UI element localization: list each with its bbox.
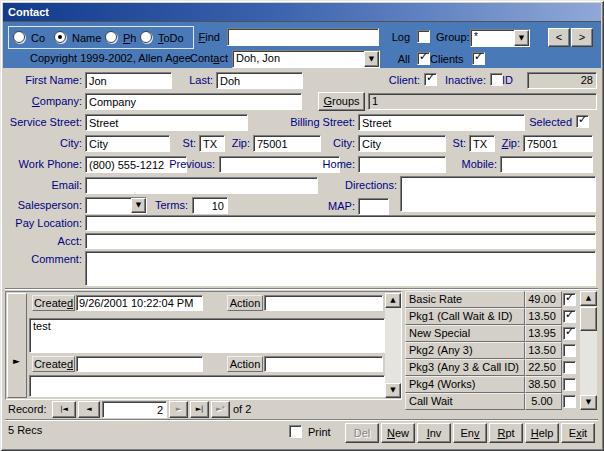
rates-scroll-down-icon[interactable]: ▼	[580, 395, 597, 410]
rate-checkbox[interactable]	[563, 327, 576, 340]
group-label: Group:	[436, 31, 470, 43]
nav-next-record-button[interactable]: ►	[169, 401, 188, 418]
invoice-button[interactable]: Inv	[417, 423, 451, 443]
print-label: Print	[308, 426, 331, 438]
client-checkbox[interactable]	[424, 73, 437, 86]
service-city-input[interactable]	[85, 135, 170, 152]
contact-window: Contact Co Name Ph ToDo Copyright 1999-2…	[0, 0, 604, 451]
exit-button[interactable]: Exit	[561, 423, 595, 443]
home-input[interactable]	[358, 156, 446, 173]
record-nav-of-label: of 2	[233, 403, 251, 415]
notes-subform: ► Created Action test Created Action ▲ ▼	[5, 291, 402, 400]
rate-checkbox[interactable]	[563, 344, 576, 357]
billing-city-input[interactable]	[358, 135, 446, 152]
record-nav-label: Record:	[8, 403, 47, 415]
find-label: Find	[178, 31, 220, 43]
contact-label: Contact	[184, 52, 228, 64]
pay-location-input[interactable]	[85, 215, 596, 231]
report-button[interactable]: Rpt	[489, 423, 523, 443]
radio-name[interactable]	[54, 31, 66, 43]
radio-todo[interactable]	[140, 31, 152, 43]
rates-scrollbar-thumb[interactable]	[580, 307, 597, 331]
radio-ph-label[interactable]: Ph	[123, 32, 136, 44]
billing-city-label: City:	[305, 137, 355, 149]
nav-new-record-button[interactable]: ►*	[211, 401, 230, 418]
record-forward-button[interactable]: >	[571, 28, 593, 47]
comment-textarea[interactable]	[85, 251, 596, 286]
notes-scroll-up-icon[interactable]: ▲	[385, 293, 401, 308]
rates-scrollbar[interactable]: ▲ ▼	[580, 291, 597, 410]
billing-street-input[interactable]	[358, 114, 525, 131]
map-input[interactable]	[358, 198, 389, 215]
rate-name: Pkg3 (Any 3 & Call ID)	[405, 359, 525, 376]
delete-button[interactable]: Del	[345, 423, 379, 443]
nav-record-number-input[interactable]	[102, 401, 167, 418]
note-textarea-2[interactable]	[29, 375, 385, 397]
billing-st-input[interactable]	[469, 135, 495, 152]
last-name-label: Last:	[185, 74, 213, 86]
first-name-input[interactable]	[85, 72, 172, 89]
rate-checkbox[interactable]	[563, 361, 576, 374]
company-input[interactable]	[85, 93, 302, 110]
radio-co[interactable]	[13, 31, 25, 43]
help-button[interactable]: Help	[525, 423, 559, 443]
print-checkbox[interactable]	[289, 425, 302, 438]
radio-co-label[interactable]: Co	[31, 32, 45, 44]
clients-checkbox[interactable]	[472, 52, 485, 65]
billing-st-label: St:	[446, 137, 466, 149]
contact-combobox-arrow-icon[interactable]: ▼	[364, 51, 379, 67]
work-phone-label: Work Phone:	[2, 158, 82, 170]
all-checkbox[interactable]	[417, 52, 430, 65]
rate-checkbox[interactable]	[563, 378, 576, 391]
home-label: Home:	[305, 158, 355, 170]
note-textarea-1[interactable]: test	[29, 318, 385, 353]
title-bar[interactable]: Contact	[3, 3, 601, 21]
record-back-button[interactable]: <	[548, 28, 570, 47]
group-combobox-arrow-icon[interactable]: ▼	[514, 30, 529, 46]
radio-ph[interactable]	[105, 31, 117, 43]
groups-button[interactable]: Groups	[318, 92, 365, 111]
record-selector-column[interactable]	[7, 293, 27, 398]
billing-zip-input[interactable]	[523, 135, 593, 152]
find-input[interactable]	[227, 28, 379, 46]
directions-textarea[interactable]	[400, 176, 596, 212]
id-label: ID	[502, 74, 513, 86]
directions-label: Directions:	[330, 179, 397, 191]
action-input-2[interactable]	[264, 356, 383, 372]
rates-scroll-up-icon[interactable]: ▲	[580, 291, 597, 306]
rate-checkbox[interactable]	[563, 310, 576, 323]
nav-last-record-button[interactable]: ►|	[190, 401, 209, 418]
company-label: Company:	[2, 95, 82, 107]
last-name-input[interactable]	[216, 72, 303, 89]
service-zip-label: Zip:	[226, 137, 250, 149]
rate-checkbox[interactable]	[563, 293, 576, 306]
acct-input[interactable]	[85, 233, 596, 249]
action-input-1[interactable]	[264, 295, 383, 311]
service-street-input[interactable]	[85, 114, 248, 131]
email-input[interactable]	[85, 177, 318, 194]
created-date-input-2[interactable]	[76, 356, 203, 372]
nav-previous-record-button[interactable]: ◄	[78, 401, 100, 418]
new-button[interactable]: New	[381, 423, 415, 443]
all-label: All	[386, 53, 410, 65]
mobile-input[interactable]	[500, 156, 593, 173]
map-label: MAP:	[322, 200, 355, 212]
contact-combobox[interactable]: Doh, Jon	[232, 50, 380, 68]
pay-location-label: Pay Location:	[2, 217, 82, 229]
radio-name-label[interactable]: Name	[72, 32, 101, 44]
created-header-2[interactable]: Created	[32, 356, 75, 372]
envelope-button[interactable]: Env	[453, 423, 487, 443]
client-label: Client:	[370, 74, 420, 86]
terms-input[interactable]	[192, 197, 228, 214]
log-label: Log	[382, 31, 410, 43]
salesperson-combobox-arrow-icon[interactable]: ▼	[131, 198, 146, 213]
created-date-input-1[interactable]	[76, 295, 203, 311]
log-checkbox[interactable]	[417, 30, 430, 43]
notes-scrollbar[interactable]: ▲ ▼	[385, 293, 401, 398]
rate-checkbox[interactable]	[563, 395, 576, 408]
nav-first-record-button[interactable]: |◄	[52, 401, 76, 418]
notes-scroll-down-icon[interactable]: ▼	[385, 383, 401, 398]
selected-checkbox[interactable]	[576, 115, 589, 128]
created-header-1[interactable]: Created	[32, 295, 75, 311]
service-st-input[interactable]	[199, 135, 225, 152]
